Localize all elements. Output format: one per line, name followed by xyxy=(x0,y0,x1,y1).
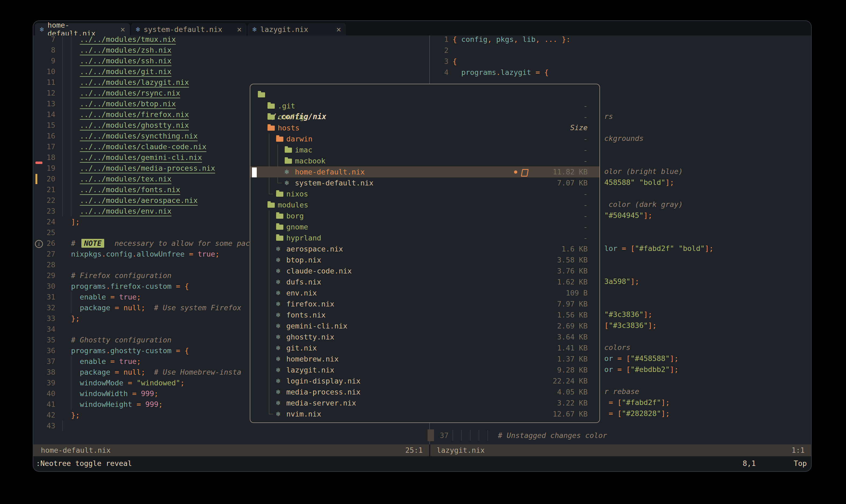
module-path-link[interactable]: ../../modules/rsync.nix xyxy=(80,89,180,97)
tree-item-borg[interactable]: borg- xyxy=(250,211,600,221)
tree-item-modules[interactable]: modules- xyxy=(250,199,600,211)
tree-item-fonts.nix[interactable]: ❄fonts.nix1.56 KB xyxy=(250,309,600,321)
code-token: programs xyxy=(461,68,496,76)
tree-cursor-block xyxy=(252,167,257,177)
command-line[interactable]: :Neotree toggle reveal 8,1 Top xyxy=(33,456,811,471)
module-path-link[interactable]: ../../modules/fonts.nix xyxy=(80,185,180,194)
tree-item-nvim.nix[interactable]: ❄nvim.nix12.67 KB xyxy=(250,409,600,419)
code-token: . xyxy=(496,68,501,76)
code-token: [ xyxy=(604,321,608,329)
code-token: nixpkgs xyxy=(71,250,102,258)
code-token: # Use system Firefox xyxy=(154,304,241,312)
module-path-link[interactable]: ../../modules/media-process.nix xyxy=(80,164,215,172)
tree-item-system-default.nix[interactable]: ❄system-default.nix7.07 KB xyxy=(250,177,600,188)
code-token: null xyxy=(123,304,141,312)
close-icon[interactable]: × xyxy=(336,25,341,34)
nix-snowflake-icon: ❄ xyxy=(40,25,44,33)
tab-label: system-default.nix xyxy=(144,25,222,34)
tree-item-size: - xyxy=(583,133,588,144)
code-token xyxy=(604,409,608,418)
module-path-link[interactable]: ../../modules/firefox.nix xyxy=(80,110,189,119)
code-token xyxy=(171,346,176,355)
tree-item-ghostty.nix[interactable]: ❄ghostty.nix3.64 KB xyxy=(250,331,600,342)
module-path-link[interactable]: ../../modules/ghostty.nix xyxy=(80,121,189,129)
tree-item-lazygit.nix[interactable]: ❄lazygit.nix9.28 KB xyxy=(250,364,600,375)
tree-item-nixos[interactable]: nixos- xyxy=(250,188,600,199)
editor-line-fragment-33: r rebase xyxy=(604,386,639,397)
tree-item-label: aerospace.nix xyxy=(286,244,343,254)
module-path-link[interactable]: ../../modules/btop.nix xyxy=(80,100,176,108)
tree-item-aerospace.nix[interactable]: ❄aerospace.nix1.6 KB xyxy=(250,244,600,254)
tree-item-hyprland[interactable]: hyprland- xyxy=(250,232,600,244)
tree-item-.git[interactable]: .git- xyxy=(250,101,600,111)
code-token: ; xyxy=(136,293,141,301)
tree-item-hosts[interactable]: hosts- xyxy=(250,122,600,133)
code-token xyxy=(62,346,71,355)
code-token xyxy=(62,379,80,387)
tree-root-row[interactable]: ~/.config/nix Size xyxy=(250,89,600,100)
tree-item-claude-code.nix[interactable]: ❄claude-code.nix3.76 KB xyxy=(250,266,600,276)
code-token: ]; xyxy=(670,354,679,363)
code-token xyxy=(62,207,80,215)
nix-snowflake-icon: ❄ xyxy=(136,25,140,33)
tree-item-login-display.nix[interactable]: ❄login-display.nix22.24 KB xyxy=(250,375,600,386)
code-token: ]; xyxy=(661,398,670,407)
statusline-right-filename: lazygit.nix xyxy=(437,445,485,456)
line-number: 42 xyxy=(34,410,55,420)
tree-item-darwin[interactable]: darwin- xyxy=(250,133,600,144)
tree-item-imac[interactable]: imac- xyxy=(250,144,600,156)
code-token: lor xyxy=(604,244,618,253)
tree-item-homebrew.nix[interactable]: ❄homebrew.nix1.37 KB xyxy=(250,354,600,364)
tree-item-label: gnome xyxy=(286,221,308,232)
tree-item-firefox.nix[interactable]: ❄firefox.nix7.97 KB xyxy=(250,299,600,309)
editor-line-fragment-29: colors xyxy=(604,342,631,353)
tree-item-gemini-cli.nix[interactable]: ❄gemini-cli.nix2.69 KB xyxy=(250,321,600,331)
code-token xyxy=(62,110,80,119)
tree-item-label: hyprland xyxy=(286,232,321,244)
code-token xyxy=(123,379,128,387)
line-number: 26 xyxy=(34,238,55,249)
tree-item-gnome[interactable]: gnome- xyxy=(250,221,600,232)
tree-item-env.nix[interactable]: ❄env.nix109 B xyxy=(250,287,600,299)
close-icon[interactable]: × xyxy=(120,25,125,34)
tree-item-size: 9.28 KB xyxy=(557,364,588,375)
nix-file-icon: ❄ xyxy=(276,287,280,299)
tree-item-macbook[interactable]: macbook- xyxy=(250,156,600,166)
code-token: pkgs xyxy=(496,35,514,43)
scrollbar-thumb[interactable] xyxy=(428,429,434,441)
module-path-link[interactable]: ../../modules/aerospace.nix xyxy=(80,196,198,204)
tree-item-size: 11.82 KB xyxy=(553,166,588,177)
code-token: = xyxy=(176,282,180,290)
code-token: ; xyxy=(180,379,185,387)
tree-item-size: - xyxy=(583,211,588,221)
code-token xyxy=(180,346,185,355)
indent-guide xyxy=(452,430,453,441)
tree-item-media-process.nix[interactable]: ❄media-process.nix4.05 KB xyxy=(250,386,600,397)
module-path-link[interactable]: ../../modules/tex.nix xyxy=(80,175,171,183)
line-number: 4 xyxy=(430,67,449,78)
module-path-link[interactable]: ../../modules/syncthing.nix xyxy=(80,132,198,140)
code-token xyxy=(110,368,115,376)
tree-item-home-default.nix[interactable]: ❄home-default.nix11.82 KB xyxy=(250,166,600,177)
code-token xyxy=(62,314,71,323)
close-icon[interactable]: × xyxy=(237,25,242,34)
indent-guide xyxy=(461,430,462,441)
code-token: windowWidth xyxy=(80,390,128,398)
tree-item-media-server.nix[interactable]: ❄media-server.nix3.22 KB xyxy=(250,397,600,409)
tree-item-label: imac xyxy=(295,144,312,156)
module-path-link[interactable]: ../../modules/claude-code.nix xyxy=(80,143,206,151)
code-token xyxy=(62,250,71,258)
tree-item-size: - xyxy=(583,156,588,166)
tree-item-btop.nix[interactable]: ❄btop.nix3.58 KB xyxy=(250,254,600,266)
tree-item-dufs.nix[interactable]: ❄dufs.nix1.62 KB xyxy=(250,276,600,287)
module-path-link[interactable]: ../../modules/lazygit.nix xyxy=(80,78,189,86)
line-number: 34 xyxy=(34,324,55,335)
code-token: true xyxy=(119,293,136,301)
tree-item-git.nix[interactable]: ❄git.nix1.41 KB xyxy=(250,342,600,354)
module-path-link[interactable]: ../../modules/env.nix xyxy=(80,207,171,215)
module-path-link[interactable]: ../../modules/gemini-cli.nix xyxy=(80,153,202,162)
nix-file-icon: ❄ xyxy=(276,354,280,364)
tree-item-label: nixos xyxy=(286,188,308,199)
tree-item-config[interactable]: config- xyxy=(250,111,600,122)
code-token xyxy=(622,365,626,374)
